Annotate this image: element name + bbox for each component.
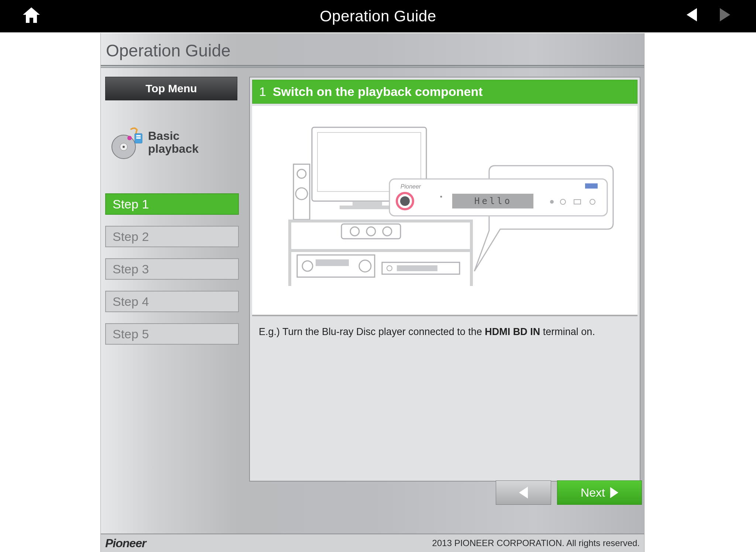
- svg-point-23: [302, 261, 313, 271]
- nav-prev-icon[interactable]: [687, 8, 697, 21]
- svg-rect-5: [136, 135, 141, 137]
- description-prefix: E.g.) Turn the Blu-ray Disc player conne…: [259, 326, 485, 337]
- chevron-left-icon: [519, 487, 528, 498]
- svg-point-3: [127, 136, 132, 140]
- svg-point-19: [350, 227, 359, 236]
- pager-next-button[interactable]: Next: [557, 480, 642, 505]
- home-icon: [22, 7, 41, 24]
- svg-point-38: [440, 196, 442, 198]
- svg-point-27: [387, 266, 392, 271]
- basic-playback-icon: [109, 125, 144, 160]
- step-item-4[interactable]: Step 4: [105, 291, 239, 312]
- svg-point-2: [123, 146, 125, 148]
- content-step-header: 1 Switch on the playback component: [252, 80, 638, 104]
- topic-block: Basic playback: [109, 125, 239, 160]
- step-item-3[interactable]: Step 3: [105, 258, 239, 280]
- svg-rect-10: [340, 206, 395, 209]
- chevron-right-icon: [610, 487, 618, 498]
- svg-rect-14: [288, 220, 473, 222]
- svg-rect-24: [316, 259, 349, 266]
- illustration: Pioneer Hello: [252, 106, 638, 316]
- app-top-bar: Operation Guide: [0, 0, 756, 32]
- svg-rect-37: [585, 183, 598, 189]
- step-number: 1: [259, 84, 266, 99]
- svg-rect-28: [397, 265, 437, 271]
- content-panel: 1 Switch on the playback component: [249, 77, 640, 482]
- description-box: E.g.) Turn the Blu-ray Disc player conne…: [252, 316, 638, 479]
- copyright-text: 2013 PIONEER CORPORATION. All rights res…: [432, 538, 640, 548]
- pager-next-label: Next: [581, 486, 605, 500]
- step-title: Switch on the playback component: [273, 84, 483, 99]
- svg-point-21: [383, 227, 392, 236]
- step-label: Step 1: [113, 197, 149, 211]
- footer: Pioneer 2013 PIONEER CORPORATION. All ri…: [101, 534, 644, 552]
- svg-point-31: [400, 196, 410, 206]
- description-suffix: terminal on.: [540, 326, 595, 337]
- app-title: Operation Guide: [320, 7, 436, 25]
- step-item-1[interactable]: Step 1: [105, 193, 239, 215]
- brand-logo: Pioneer: [105, 537, 146, 550]
- main-stage: Operation Guide Top Menu: [100, 33, 645, 552]
- steps-list: Step 1 Step 2 Step 3 Step 4 Step 5: [105, 193, 239, 345]
- svg-point-13: [296, 188, 307, 200]
- svg-point-12: [297, 169, 306, 178]
- step-item-5[interactable]: Step 5: [105, 323, 239, 345]
- step-label: Step 2: [113, 230, 149, 244]
- nav-next-icon: [720, 8, 730, 21]
- svg-rect-16: [288, 220, 291, 286]
- top-nav-arrows: [687, 8, 730, 21]
- svg-point-25: [359, 260, 371, 272]
- sidebar: Top Menu Basic playback: [105, 77, 239, 482]
- description-bold: HDMI BD IN: [485, 326, 540, 337]
- svg-rect-9: [353, 202, 382, 206]
- step-label: Step 5: [113, 327, 149, 341]
- step-label: Step 3: [113, 262, 149, 276]
- pager: Next: [496, 480, 642, 505]
- svg-point-20: [367, 227, 375, 236]
- device-display-text: Hello: [474, 196, 512, 206]
- page-title: Operation Guide: [101, 33, 644, 66]
- svg-point-33: [550, 200, 554, 204]
- svg-rect-15: [288, 249, 473, 252]
- pager-prev-button[interactable]: [496, 480, 551, 505]
- device-brand-text: Pioneer: [401, 183, 421, 190]
- svg-rect-6: [136, 137, 141, 139]
- step-label: Step 4: [113, 294, 149, 309]
- topic-label: Basic playback: [148, 130, 200, 155]
- top-menu-button[interactable]: Top Menu: [105, 77, 237, 100]
- svg-rect-17: [470, 220, 473, 286]
- home-button[interactable]: [22, 7, 41, 25]
- step-item-2[interactable]: Step 2: [105, 226, 239, 247]
